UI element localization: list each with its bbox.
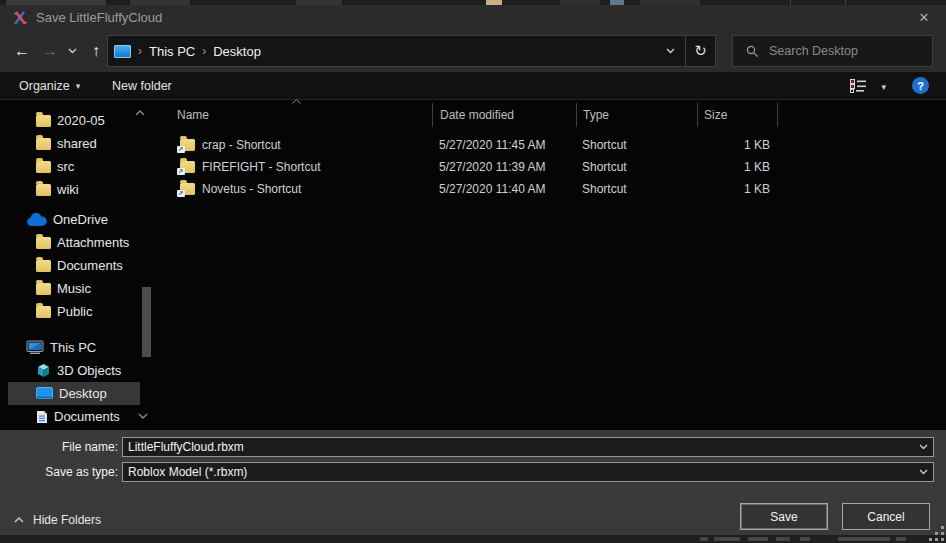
combo-chevron-down-icon[interactable] <box>913 463 933 481</box>
sidebar-item-2020-05[interactable]: 2020-05 <box>8 109 140 132</box>
folder-shortcut-icon: ↗ <box>180 183 195 195</box>
search-icon <box>746 45 759 58</box>
forward-icon: → <box>38 39 62 63</box>
organize-button[interactable]: Organize ▾ <box>19 72 80 99</box>
folder-icon <box>36 283 51 295</box>
sidebar-item-label: Public <box>57 304 92 319</box>
file-date-modified: 5/27/2020 11:45 AM <box>432 138 576 152</box>
sidebar-item-label: This PC <box>50 340 96 355</box>
save-footer: File name: Save as type: Hide Folders Sa… <box>0 430 946 535</box>
file-name: Novetus - Shortcut <box>202 182 301 196</box>
file-size: 1 KB <box>697 160 777 174</box>
navigation-bar: ← → ↑ › This PC › Desktop ↻ <box>0 30 946 72</box>
save-button[interactable]: Save <box>740 503 828 530</box>
sidebar-item-onedrive[interactable]: OneDrive <box>8 208 140 231</box>
column-header-size[interactable]: Size <box>697 103 777 127</box>
sidebar-item-wiki[interactable]: wiki <box>8 178 140 201</box>
save-as-type-value[interactable] <box>123 465 913 479</box>
file-name-input[interactable] <box>123 440 913 454</box>
breadcrumb-separator: › <box>131 44 149 58</box>
new-folder-label: New folder <box>112 79 172 93</box>
tree-scroll-down-icon[interactable] <box>138 413 148 419</box>
titlebar: Save LittleFluffyCloud ✕ <box>0 5 946 30</box>
onedrive-icon <box>26 213 47 227</box>
taskbar-sliver <box>0 535 946 543</box>
sidebar-item-label: wiki <box>57 182 79 197</box>
column-header-type[interactable]: Type <box>576 103 697 127</box>
breadcrumb-separator: › <box>195 44 213 58</box>
sidebar-item-label: src <box>57 159 74 174</box>
breadcrumb-desktop[interactable]: Desktop <box>213 44 261 59</box>
refresh-icon[interactable]: ↻ <box>686 36 715 66</box>
tree-scrollbar-thumb[interactable] <box>142 287 151 357</box>
chevron-up-icon <box>14 517 24 523</box>
close-icon[interactable]: ✕ <box>908 5 940 30</box>
address-bar[interactable]: › This PC › Desktop ↻ <box>107 35 716 67</box>
column-header-date-modified[interactable]: Date modified <box>432 103 576 127</box>
sidebar-item-label: Documents <box>57 258 123 273</box>
this-pc-icon <box>114 45 131 58</box>
file-type: Shortcut <box>576 182 697 196</box>
back-icon[interactable]: ← <box>10 39 34 63</box>
hide-folders-button[interactable]: Hide Folders <box>14 513 101 527</box>
file-name: FIREFIGHT - Shortcut <box>202 160 320 174</box>
breadcrumb-this-pc[interactable]: This PC <box>149 44 195 59</box>
sidebar-item-label: Attachments <box>57 235 129 250</box>
dialog-body: 2020-05 shared src wiki OneDrive Attachm… <box>0 100 946 430</box>
save-as-type-select[interactable] <box>122 462 934 482</box>
folder-icon <box>36 161 51 173</box>
sidebar-item-attachments[interactable]: Attachments <box>8 231 140 254</box>
sidebar-item-3d-objects[interactable]: 3D Objects <box>8 359 140 382</box>
tree-scroll-up-icon[interactable] <box>135 110 145 116</box>
file-row-crap-shortcut[interactable]: ↗ crap - Shortcut 5/27/2020 11:45 AM Sho… <box>160 134 946 156</box>
file-row-novetus-shortcut[interactable]: ↗ Novetus - Shortcut 5/27/2020 11:40 AM … <box>160 178 946 200</box>
address-dropdown-icon[interactable] <box>656 36 685 66</box>
folder-icon <box>36 306 51 318</box>
resize-grip[interactable] <box>929 526 944 541</box>
sidebar-item-label: shared <box>57 136 97 151</box>
command-toolbar: Organize ▾ New folder ▾ ? <box>0 72 946 100</box>
folder-icon <box>36 138 51 150</box>
sidebar-item-documents[interactable]: Documents <box>8 405 140 428</box>
folder-icon <box>36 115 51 127</box>
sidebar-item-label: 3D Objects <box>57 363 121 378</box>
folder-icon <box>36 184 51 196</box>
document-icon <box>36 410 48 424</box>
views-caret-icon[interactable]: ▾ <box>881 82 886 92</box>
sidebar-item-label: Music <box>57 281 91 296</box>
help-icon[interactable]: ? <box>912 77 929 94</box>
cancel-button[interactable]: Cancel <box>842 503 930 530</box>
file-name-combobox[interactable] <box>122 437 934 457</box>
sidebar-item-label: Documents <box>54 409 120 424</box>
column-header-spacer <box>777 103 946 127</box>
details-view-icon[interactable] <box>850 79 868 93</box>
recent-locations-icon[interactable] <box>64 39 80 63</box>
sidebar-item-this-pc[interactable]: This PC <box>8 336 140 359</box>
organize-label: Organize <box>19 79 70 93</box>
column-header-row: Name Date modified Type Size <box>160 100 946 130</box>
window-title: Save LittleFluffyCloud <box>36 10 162 25</box>
sidebar-item-public[interactable]: Public <box>8 300 140 323</box>
folder-tree-sidebar: 2020-05 shared src wiki OneDrive Attachm… <box>0 100 160 430</box>
sidebar-item-label: 2020-05 <box>57 113 105 128</box>
sidebar-item-music[interactable]: Music <box>8 277 140 300</box>
up-icon[interactable]: ↑ <box>84 39 108 63</box>
column-header-name[interactable]: Name <box>160 103 432 127</box>
file-type: Shortcut <box>576 160 697 174</box>
sidebar-item-shared[interactable]: shared <box>8 132 140 155</box>
search-input[interactable] <box>769 44 919 58</box>
file-size: 1 KB <box>697 138 777 152</box>
hide-folders-label: Hide Folders <box>33 513 101 527</box>
combo-chevron-down-icon[interactable] <box>913 438 933 456</box>
novetus-logo-icon <box>13 10 28 26</box>
sidebar-item-documents-onedrive[interactable]: Documents <box>8 254 140 277</box>
folder-icon <box>36 237 51 249</box>
sidebar-item-src[interactable]: src <box>8 155 140 178</box>
new-folder-button[interactable]: New folder <box>112 72 172 99</box>
sidebar-item-desktop[interactable]: Desktop <box>8 382 140 405</box>
file-row-firefight-shortcut[interactable]: ↗ FIREFIGHT - Shortcut 5/27/2020 11:39 A… <box>160 156 946 178</box>
search-box[interactable] <box>732 35 933 67</box>
file-size: 1 KB <box>697 182 777 196</box>
this-pc-icon <box>26 340 44 355</box>
file-date-modified: 5/27/2020 11:40 AM <box>432 182 576 196</box>
